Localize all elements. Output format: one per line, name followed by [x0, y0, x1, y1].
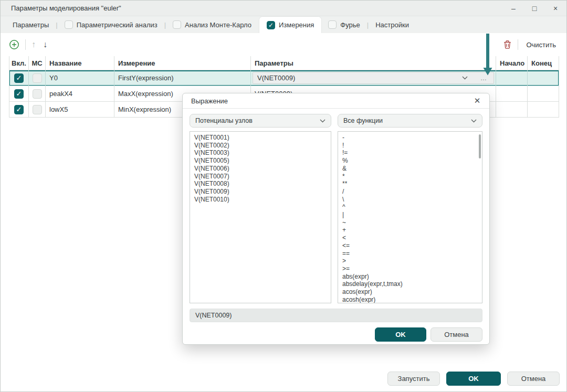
list-item[interactable]: * [338, 173, 482, 181]
close-icon[interactable]: × [551, 4, 560, 13]
toolbar-separator [518, 39, 518, 50]
row-enabled-checkbox[interactable] [14, 73, 24, 83]
list-item[interactable]: V(NET0005) [190, 157, 331, 165]
clear-button[interactable]: Очистить [524, 40, 558, 50]
delete-icon[interactable] [503, 40, 512, 49]
measurement-name-cell[interactable]: peakX4 [46, 86, 114, 102]
tab-parameters-label: Параметры [13, 21, 49, 29]
expression-input[interactable]: V(NET0009) [190, 309, 482, 322]
table-header-row: Вкл. МС Название Измерение Параметры Нач… [9, 56, 559, 70]
end-cell[interactable] [528, 86, 559, 102]
row-mc-checkbox[interactable] [33, 89, 42, 99]
function-filter-dropdown[interactable]: Все функции [338, 114, 482, 128]
tab-divider: | [164, 21, 166, 29]
tab-bar: Параметры | Параметрический анализ | Ана… [1, 16, 566, 33]
monte-carlo-checkbox[interactable] [173, 20, 181, 29]
measurement-type-cell[interactable]: FirstY(expression) [114, 70, 251, 86]
scrollbar-thumb[interactable] [479, 134, 481, 158]
list-item[interactable]: / [338, 188, 482, 196]
list-item[interactable]: \ [338, 196, 482, 204]
list-item[interactable]: ^ [338, 203, 482, 211]
tab-parameters[interactable]: Параметры [13, 21, 49, 29]
measurement-name-cell[interactable]: Y0 [46, 70, 114, 86]
measurements-checkbox[interactable] [267, 21, 275, 29]
plus-circle-icon [9, 39, 19, 50]
move-down-icon[interactable]: ↓ [43, 40, 47, 49]
dialog-cancel-button[interactable]: Отмена [430, 327, 482, 342]
run-button[interactable]: Запустить [387, 372, 440, 386]
ok-button[interactable]: OK [446, 372, 501, 386]
row-enabled-checkbox[interactable] [14, 89, 24, 99]
list-item[interactable]: != [338, 149, 482, 157]
move-up-icon[interactable]: ↑ [32, 40, 36, 49]
list-item[interactable]: == [338, 250, 482, 258]
tab-measurements-label: Измерения [279, 21, 314, 29]
list-item[interactable]: ! [338, 142, 482, 150]
list-item[interactable]: V(NET0002) [190, 142, 331, 150]
measurement-name-cell[interactable]: lowX5 [46, 102, 114, 118]
column-header-enabled: Вкл. [9, 56, 29, 70]
list-item[interactable]: ** [338, 180, 482, 188]
node-list: V(NET0001)V(NET0002)V(NET0003)V(NET0005)… [190, 131, 331, 303]
parametric-analysis-checkbox[interactable] [65, 20, 73, 29]
list-item[interactable]: V(NET0008) [190, 180, 331, 188]
tab-parametric-analysis[interactable]: Параметрический анализ [65, 20, 158, 29]
tab-monte-carlo[interactable]: Анализ Монте-Карло [173, 20, 251, 29]
list-item[interactable]: + [338, 226, 482, 234]
annotation-arrow-icon [483, 34, 492, 76]
tab-fourier-label: Фурье [340, 21, 360, 29]
chevron-down-icon[interactable] [462, 76, 468, 80]
list-item[interactable]: > [338, 257, 482, 265]
expression-dialog-body: Потенциалы узлов V(NET0001)V(NET0002)V(N… [183, 109, 489, 344]
fourier-checkbox[interactable] [328, 20, 337, 29]
minimize-icon[interactable]: – [509, 4, 518, 13]
start-cell[interactable] [496, 86, 528, 102]
end-cell[interactable] [528, 70, 559, 86]
add-measurement-icon[interactable] [9, 39, 19, 50]
list-item[interactable]: < [338, 234, 482, 242]
list-item[interactable]: V(NET0001) [190, 134, 331, 142]
cancel-button[interactable]: Отмена [507, 372, 560, 386]
list-item[interactable]: % [338, 157, 482, 165]
row-enabled-checkbox[interactable] [14, 105, 24, 114]
table-row[interactable]: Y0 FirstY(expression) V(NET0009) … [9, 70, 559, 86]
list-item[interactable]: V(NET0006) [190, 165, 331, 173]
list-item[interactable]: & [338, 165, 482, 173]
start-cell[interactable] [496, 70, 528, 86]
maximize-icon[interactable]: □ [530, 4, 539, 13]
tab-monte-carlo-label: Анализ Монте-Карло [185, 21, 251, 29]
tab-settings[interactable]: Настройки [375, 21, 409, 29]
chevron-down-icon [320, 117, 326, 124]
window-footer: Запустить OK Отмена [1, 365, 566, 391]
row-mc-checkbox[interactable] [33, 73, 42, 83]
list-item[interactable]: >= [338, 265, 482, 273]
list-item[interactable]: | [338, 211, 482, 219]
category-dropdown-value: Потенциалы узлов [195, 117, 320, 124]
list-item[interactable]: abs(expr) [338, 273, 482, 281]
tab-measurements[interactable]: Измерения [259, 16, 322, 33]
list-item[interactable]: acos(expr) [338, 288, 482, 296]
dialog-close-icon[interactable]: ✕ [472, 96, 482, 105]
list-item[interactable]: V(NET0007) [190, 173, 331, 181]
column-header-name: Название [46, 56, 114, 70]
list-item[interactable]: <= [338, 242, 482, 250]
list-item[interactable]: - [338, 134, 482, 142]
expression-dialog: Выражение ✕ Потенциалы узлов V(NET0001)V… [182, 93, 490, 345]
row-mc-checkbox[interactable] [33, 105, 42, 114]
start-cell[interactable] [496, 102, 528, 118]
end-cell[interactable] [528, 102, 559, 118]
parameters-combobox-value: V(NET0009) [257, 74, 462, 82]
list-item[interactable]: absdelay(expr,t,tmax) [338, 280, 482, 288]
tab-fourier[interactable]: Фурье [328, 20, 360, 29]
category-dropdown[interactable]: Потенциалы узлов [190, 114, 331, 128]
dialog-ok-button[interactable]: OK [375, 327, 426, 342]
list-item[interactable]: acosh(expr) [338, 296, 482, 303]
expression-dialog-title: Выражение [191, 97, 228, 105]
list-item[interactable]: V(NET0010) [190, 196, 331, 204]
list-item[interactable]: ~ [338, 219, 482, 227]
parameters-cell[interactable]: V(NET0009) … [251, 70, 496, 86]
list-item[interactable]: V(NET0003) [190, 149, 331, 157]
tab-divider: | [56, 21, 57, 29]
parameters-combobox[interactable]: V(NET0009) … [253, 72, 494, 84]
list-item[interactable]: V(NET0009) [190, 188, 331, 196]
